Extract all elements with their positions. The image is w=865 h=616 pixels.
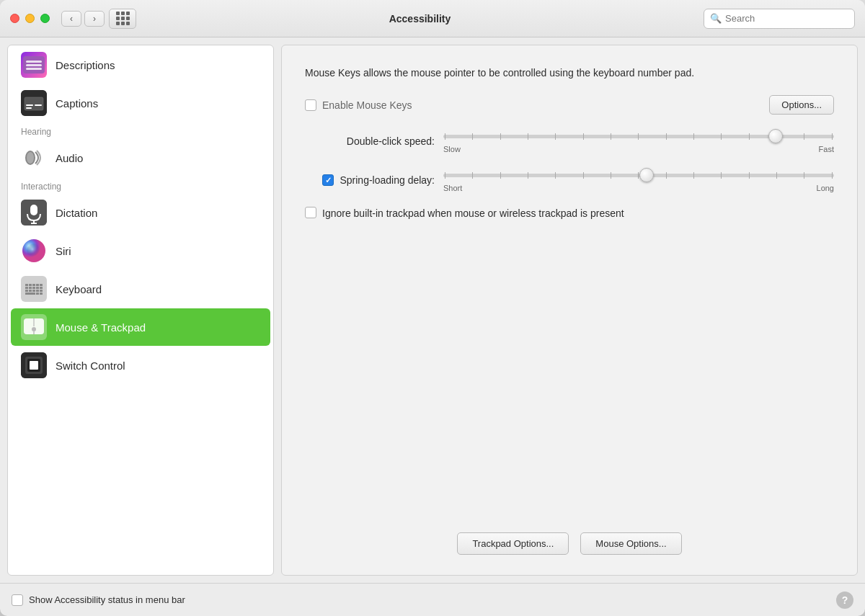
- svg-rect-1: [26, 68, 42, 70]
- sidebar-item-label-captions: Captions: [56, 97, 98, 110]
- double-click-speed-row: Double-click speed:: [305, 129, 834, 153]
- enable-mouse-keys-checkbox[interactable]: [305, 99, 316, 111]
- spring-loading-long-label: Long: [817, 184, 834, 192]
- sidebar-item-label-siri: Siri: [56, 245, 71, 257]
- dictation-icon: [21, 200, 47, 226]
- svg-point-16: [27, 244, 41, 258]
- double-click-speed-label: Double-click speed:: [305, 135, 435, 147]
- sidebar-item-label-audio: Audio: [56, 152, 83, 164]
- switch-control-icon: [21, 352, 47, 378]
- siri-icon: [21, 238, 47, 264]
- content: Descriptions Captions Hearing: [0, 37, 865, 583]
- svg-rect-24: [30, 361, 38, 370]
- nav-buttons: ‹ ›: [61, 11, 105, 27]
- double-click-speed-bar: [443, 135, 834, 138]
- keyboard-icon: [21, 276, 47, 302]
- sidebar-item-keyboard[interactable]: Keyboard: [11, 270, 270, 308]
- spring-loading-track: [443, 168, 834, 182]
- ignore-trackpad-checkbox[interactable]: [305, 207, 316, 218]
- double-click-slow-label: Slow: [443, 145, 461, 153]
- enable-mouse-keys-text: Enable Mouse Keys: [322, 99, 412, 111]
- sidebar-item-dictation[interactable]: Dictation: [11, 194, 270, 231]
- spring-loading-row: Spring-loading delay:: [305, 168, 834, 192]
- sidebar-item-switch-control[interactable]: Switch Control: [11, 347, 270, 384]
- close-button[interactable]: [10, 14, 19, 23]
- descriptions-icon: [21, 52, 47, 78]
- double-click-speed-slider-container: Slow Fast: [443, 129, 834, 153]
- bottom-buttons: Trackpad Options... Mouse Options...: [305, 532, 834, 555]
- show-accessibility-status-label[interactable]: Show Accessibility status in menu bar: [12, 594, 185, 606]
- svg-point-19: [32, 327, 36, 331]
- svg-rect-8: [26, 107, 32, 109]
- sidebar-item-captions[interactable]: Captions: [11, 84, 270, 122]
- traffic-lights: [10, 14, 50, 23]
- footer: Show Accessibility status in menu bar ?: [0, 583, 865, 616]
- captions-icon: [21, 90, 47, 116]
- search-input[interactable]: [725, 13, 848, 24]
- show-accessibility-status-text: Show Accessibility status in menu bar: [29, 594, 185, 605]
- spring-loading-labels: Short Long: [443, 184, 834, 192]
- svg-rect-6: [26, 104, 33, 106]
- svg-rect-2: [26, 64, 42, 66]
- double-click-fast-label: Fast: [819, 145, 834, 153]
- sidebar-item-mouse-trackpad[interactable]: Mouse & Trackpad: [11, 308, 270, 346]
- help-button[interactable]: ?: [836, 592, 853, 609]
- sidebar-item-siri[interactable]: Siri: [11, 232, 270, 269]
- audio-icon: [21, 145, 47, 171]
- mouse-options-button[interactable]: Mouse Options...: [580, 532, 681, 555]
- main-description: Mouse Keys allows the mouse pointer to b…: [305, 66, 834, 81]
- svg-rect-12: [30, 205, 37, 215]
- enable-mouse-keys-label[interactable]: Enable Mouse Keys: [305, 99, 412, 111]
- titlebar: ‹ › Accessibility 🔍: [0, 0, 865, 37]
- spring-loading-short-label: Short: [443, 184, 462, 192]
- sidebar-item-audio[interactable]: Audio: [11, 139, 270, 177]
- search-icon: 🔍: [710, 13, 722, 24]
- trackpad-options-button[interactable]: Trackpad Options...: [457, 532, 569, 555]
- double-click-speed-labels: Slow Fast: [443, 145, 834, 153]
- grid-icon: [116, 12, 130, 25]
- spring-loading-slider-container: Short Long: [443, 168, 834, 192]
- sidebar-item-label-keyboard: Keyboard: [56, 283, 102, 295]
- sidebar-item-label-mouse-trackpad: Mouse & Trackpad: [56, 321, 146, 334]
- section-header-interacting: Interacting: [8, 177, 273, 193]
- spring-loading-checkbox[interactable]: [322, 174, 334, 186]
- spring-loading-bar: [443, 174, 834, 177]
- window-title: Accessibility: [136, 13, 704, 24]
- mouse-trackpad-icon: [21, 314, 47, 340]
- sidebar-item-label-dictation: Dictation: [56, 207, 97, 219]
- spring-loading-section: Spring-loading delay:: [305, 168, 834, 192]
- sidebar-item-descriptions[interactable]: Descriptions: [11, 46, 270, 84]
- spring-loading-thumb[interactable]: [639, 168, 654, 182]
- show-accessibility-status-checkbox[interactable]: [12, 594, 23, 606]
- forward-button[interactable]: ›: [84, 11, 105, 27]
- sidebar-item-label-switch-control: Switch Control: [56, 360, 125, 372]
- sidebar: Descriptions Captions Hearing: [7, 45, 274, 576]
- grid-view-button[interactable]: [109, 9, 136, 29]
- minimize-button[interactable]: [25, 14, 35, 23]
- ignore-trackpad-row: Ignore built-in trackpad when mouse or w…: [305, 207, 834, 221]
- maximize-button[interactable]: [40, 14, 50, 23]
- double-click-speed-track: [443, 129, 834, 143]
- enable-mouse-keys-row: Enable Mouse Keys Options...: [305, 95, 834, 115]
- search-box[interactable]: 🔍: [704, 9, 855, 29]
- svg-point-10: [27, 152, 34, 164]
- spring-loading-label: Spring-loading delay:: [340, 174, 435, 186]
- double-click-speed-thumb[interactable]: [768, 129, 783, 143]
- sidebar-item-label-descriptions: Descriptions: [56, 59, 115, 71]
- window: ‹ › Accessibility 🔍: [0, 0, 865, 616]
- back-button[interactable]: ‹: [61, 11, 81, 27]
- section-header-hearing: Hearing: [8, 122, 273, 138]
- double-click-speed-section: Double-click speed:: [305, 129, 834, 153]
- svg-rect-3: [26, 61, 42, 63]
- ignore-trackpad-text: Ignore built-in trackpad when mouse or w…: [322, 207, 624, 221]
- options-button[interactable]: Options...: [769, 95, 834, 115]
- svg-rect-7: [35, 104, 42, 106]
- main-panel: Mouse Keys allows the mouse pointer to b…: [281, 45, 858, 576]
